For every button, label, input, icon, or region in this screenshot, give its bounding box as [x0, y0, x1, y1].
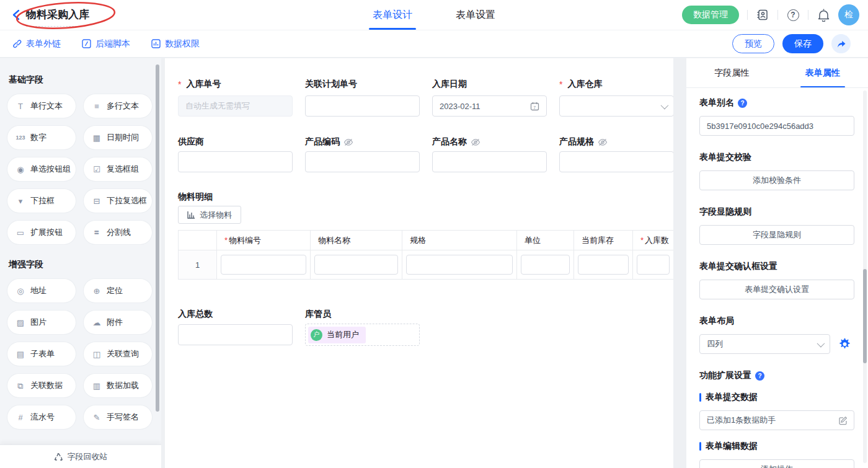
field-label-total-qty: 入库总数 — [178, 309, 213, 320]
col-header-index — [179, 231, 217, 250]
field-recycle-bin[interactable]: 字段回收站 — [0, 444, 161, 468]
form-external-link[interactable]: 表单外链 — [12, 38, 61, 50]
backend-script-link[interactable]: 后端脚本 — [82, 38, 130, 50]
tab-form-properties[interactable]: 表单属性 — [777, 58, 868, 87]
col-header-inbound-qty: *入库数 — [633, 231, 673, 250]
subform-title: 物料明细 — [178, 192, 213, 203]
field-item-datetime[interactable]: ▦日期时间 — [84, 126, 152, 149]
warehouse-select[interactable] — [559, 95, 673, 117]
total-qty-input[interactable] — [178, 324, 293, 345]
field-label-inbound-no: *入库单号 — [178, 79, 221, 90]
col-header-material-name: 物料名称 — [311, 231, 402, 250]
data-permission-link[interactable]: 数据权限 — [151, 38, 200, 50]
field-item-serial-number[interactable]: #流水号 — [7, 405, 76, 429]
edit-icon[interactable] — [838, 416, 848, 425]
field-item-number[interactable]: 123数字 — [7, 126, 76, 149]
field-item-extend-button[interactable]: ▭扩展按钮 — [7, 221, 76, 244]
cell-inbound-qty — [633, 250, 673, 279]
layout-select[interactable]: 四列 — [699, 334, 830, 354]
select-material-button[interactable]: 选择物料 — [178, 206, 241, 224]
form-layout-label: 表单布局 — [699, 316, 854, 327]
user-avatar[interactable]: 检 — [838, 4, 859, 25]
submit-data-box[interactable]: 已添加1条数据助手 — [699, 410, 854, 430]
form-design-canvas: *入库单号 自动生成无需填写 关联计划单号 入库日期 2023-02-11 7 … — [165, 58, 673, 468]
sidebar-scrollbar[interactable] — [156, 64, 159, 412]
help-icon[interactable]: ? — [786, 8, 800, 22]
field-item-multi-text[interactable]: ≡多行文本 — [84, 94, 152, 118]
eye-off-icon — [471, 138, 480, 146]
top-header: 物料采购入库 表单设计 表单设置 数据管理 ? — [0, 0, 868, 30]
stock-input[interactable] — [578, 255, 629, 275]
form-alias-label: 表单别名 ? — [699, 97, 854, 108]
layout-gear-icon[interactable] — [838, 338, 851, 351]
form-layout-row: 四列 — [699, 334, 854, 354]
current-user-tag[interactable]: 户 当前用户 — [308, 327, 366, 343]
supplier-input[interactable] — [178, 151, 293, 172]
field-item-select[interactable]: ▾下拉框 — [7, 189, 76, 213]
link-icon — [12, 39, 22, 48]
help-icon[interactable]: ? — [738, 99, 747, 108]
inbound-no-input[interactable]: 自动生成无需填写 — [178, 95, 293, 117]
field-item-signature[interactable]: ✎手写签名 — [84, 405, 152, 429]
field-item-single-text[interactable]: T单行文本 — [7, 94, 76, 118]
eye-off-icon — [343, 138, 353, 146]
field-visibility-button[interactable]: 字段显隐规则 — [699, 225, 854, 245]
contact-book-icon[interactable] — [756, 8, 769, 22]
inbound-qty-input[interactable] — [637, 255, 670, 275]
field-label-warehouse-keeper: 库管员 — [305, 309, 331, 320]
notification-bell-icon[interactable] — [817, 8, 830, 22]
form-alias-input[interactable]: 5b3917e0910c0e294c56add3 — [699, 116, 854, 136]
field-label-inbound-date: 入库日期 — [432, 79, 467, 90]
cell-material-code — [217, 250, 311, 279]
field-item-checkbox-group[interactable]: ☑复选框组 — [84, 157, 152, 181]
plan-no-input[interactable] — [305, 95, 420, 117]
inbound-date-input[interactable]: 2023-02-11 7 — [432, 95, 547, 117]
calendar-icon: 7 — [530, 102, 539, 111]
product-name-input[interactable] — [432, 151, 547, 172]
panel-scrollbar-thumb[interactable] — [863, 269, 867, 363]
accent-bar — [699, 393, 701, 402]
product-code-input[interactable] — [305, 151, 420, 172]
calendar-icon: ▦ — [92, 134, 102, 142]
field-item-address[interactable]: ◎地址 — [7, 279, 76, 302]
save-button[interactable]: 保存 — [782, 34, 823, 53]
submit-confirm-button[interactable]: 表单提交确认设置 — [699, 280, 854, 299]
material-detail-table: *物料编号 物料名称 规格 单位 当前库存 *入库数 1 — [178, 230, 673, 280]
field-item-attachment[interactable]: ☁附件 — [84, 311, 152, 334]
field-item-radio-group[interactable]: ◉单选按钮组 — [7, 157, 76, 181]
product-spec-input[interactable] — [559, 151, 673, 172]
add-operation-button[interactable]: 添加操作 — [699, 459, 854, 468]
warehouse-keeper-field[interactable]: 户 当前用户 — [305, 324, 420, 346]
share-button[interactable] — [831, 34, 851, 53]
tab-form-design[interactable]: 表单设计 — [370, 0, 415, 30]
spec-input[interactable] — [406, 255, 513, 275]
field-item-relation-data[interactable]: ⧉关联数据 — [7, 374, 76, 397]
tab-form-settings[interactable]: 表单设置 — [453, 0, 498, 30]
field-label-product-spec: 产品规格 — [559, 136, 608, 148]
tab-field-properties[interactable]: 字段属性 — [686, 58, 777, 87]
textarea-icon: ≡ — [92, 102, 102, 110]
field-item-subform[interactable]: ▤子表单 — [7, 342, 76, 366]
submit-confirm-label: 表单提交确认框设置 — [699, 261, 854, 272]
add-validate-condition-button[interactable]: 添加校验条件 — [699, 170, 854, 190]
preview-button[interactable]: 预览 — [732, 34, 774, 53]
material-name-input[interactable] — [314, 255, 398, 275]
chevron-down-icon — [661, 101, 669, 109]
help-icon[interactable]: ? — [755, 371, 764, 381]
field-item-divider[interactable]: 〓分割线 — [84, 221, 152, 244]
active-tab-underline — [800, 86, 845, 88]
material-code-input[interactable] — [221, 255, 306, 275]
field-item-data-load[interactable]: ▥数据加载 — [84, 374, 152, 397]
unit-input[interactable] — [521, 255, 570, 275]
field-item-multi-select[interactable]: ⊟下拉复选框 — [84, 189, 152, 213]
data-manage-button[interactable]: 数据管理 — [682, 6, 739, 24]
section-title-enhanced-fields: 增强字段 — [9, 259, 154, 270]
field-item-image[interactable]: ▨图片 — [7, 311, 76, 334]
field-item-relation-query[interactable]: ◫关联查询 — [84, 342, 152, 366]
basic-fields-grid: T单行文本 ≡多行文本 123数字 ▦日期时间 ◉单选按钮组 ☑复选框组 ▾下拉… — [7, 94, 154, 244]
number-icon: 123 — [16, 135, 25, 141]
field-library-sidebar: 基础字段 T单行文本 ≡多行文本 123数字 ▦日期时间 ◉单选按钮组 ☑复选框… — [0, 58, 161, 468]
button-icon: ▭ — [16, 229, 25, 237]
field-item-geolocation[interactable]: ⊕定位 — [84, 279, 152, 302]
serial-icon: # — [16, 413, 25, 422]
